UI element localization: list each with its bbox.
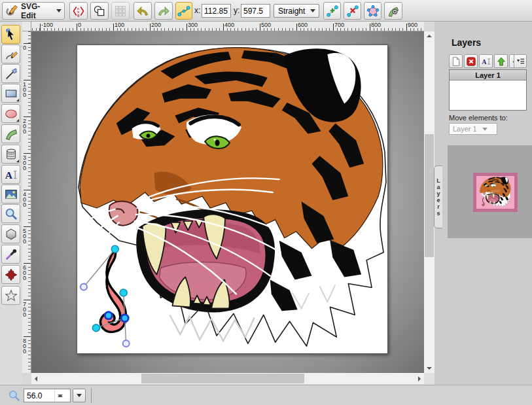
new-layer-button[interactable] xyxy=(449,54,463,68)
layers-panel-title: Layers xyxy=(452,37,481,48)
vertical-ruler: 01 0 02 0 03 0 04 0 05 0 06 0 07 0 08 0 … xyxy=(22,31,31,373)
status-bar xyxy=(0,385,532,405)
chevron-down-icon xyxy=(310,9,315,12)
vertical-scrollbar[interactable] xyxy=(424,31,434,373)
scroll-left-button[interactable] xyxy=(31,373,41,384)
zoom-stepper[interactable] xyxy=(54,389,65,402)
eyedropper-tool-button[interactable] xyxy=(1,245,20,264)
pencil-tool-button[interactable] xyxy=(1,44,20,63)
delete-layer-button[interactable] xyxy=(464,54,478,68)
image-tool-button[interactable] xyxy=(1,185,20,203)
layers-panel: L a y e r s Layers A Layer 1 Move elemen… xyxy=(434,22,532,385)
scrollbar-corner xyxy=(424,373,434,384)
top-toolbar: SVG-Edit svg x: y: Straight xyxy=(0,0,532,22)
shape-library-button[interactable] xyxy=(1,145,20,164)
zoom-level-input[interactable] xyxy=(24,391,54,400)
add-subpath-button[interactable] xyxy=(384,2,402,20)
statusbar-separator xyxy=(91,388,92,403)
layers-tab-label: L a y e r s xyxy=(436,177,440,217)
delete-node-button[interactable] xyxy=(344,2,361,20)
select-tool-button[interactable] xyxy=(1,25,20,44)
node-y-input[interactable] xyxy=(241,4,270,18)
text-tool-button[interactable]: A xyxy=(1,165,20,184)
segment-type-select[interactable]: Straight xyxy=(274,4,319,18)
horizontal-scrollbar[interactable] xyxy=(31,373,424,384)
redo-button[interactable] xyxy=(154,2,173,20)
zoom-tool-button[interactable] xyxy=(1,204,20,223)
workspace[interactable] xyxy=(31,31,424,373)
layer-row-layer1[interactable]: Layer 1 xyxy=(450,70,526,80)
open-close-path-button[interactable] xyxy=(364,2,381,20)
svg-canvas[interactable] xyxy=(77,44,388,354)
move-elements-label: Move elements to: xyxy=(449,114,508,122)
svg-edit-logo-icon xyxy=(5,3,18,19)
scroll-down-button[interactable] xyxy=(424,364,434,373)
layer-menu-button[interactable] xyxy=(514,54,527,68)
flyout-arrow-icon xyxy=(16,99,19,101)
svg-text:A: A xyxy=(482,58,487,65)
flyout-arrow-icon xyxy=(16,119,19,122)
flyout-arrow-icon xyxy=(16,160,19,162)
scroll-up-button[interactable] xyxy=(424,31,434,41)
shapes-wireframe-button[interactable] xyxy=(90,2,109,20)
svg-text:g: g xyxy=(77,12,79,16)
layer-thumbnail[interactable] xyxy=(473,173,518,212)
logo-label: SVG-Edit xyxy=(21,2,54,20)
grid-button[interactable] xyxy=(111,2,130,20)
chevron-down-icon xyxy=(482,128,488,131)
connector-tool-button[interactable] xyxy=(1,265,20,284)
main-menu-button[interactable]: SVG-Edit xyxy=(2,2,65,20)
path-node-overlay[interactable] xyxy=(80,245,130,347)
svg-edit-application: SVG-Edit svg x: y: Straight xyxy=(0,0,532,405)
horizontal-scroll-thumb[interactable] xyxy=(141,374,304,383)
zoom-level-spinbox[interactable] xyxy=(24,389,71,402)
node-x-label: x: xyxy=(194,6,200,15)
line-tool-button[interactable] xyxy=(1,64,20,83)
ruler-corner xyxy=(22,22,31,31)
layers-panel-toggle-tab[interactable]: L a y e r s xyxy=(434,166,442,228)
rectangle-tool-button[interactable] xyxy=(1,84,20,103)
vertical-scroll-thumb[interactable] xyxy=(425,134,434,257)
layer-list: Layer 1 xyxy=(449,69,527,111)
path-tool-button[interactable] xyxy=(1,124,20,143)
chevron-down-icon xyxy=(77,394,82,397)
insert-node-button[interactable] xyxy=(323,2,341,20)
scroll-right-button[interactable] xyxy=(415,373,424,384)
zoom-preset-dropdown[interactable] xyxy=(73,389,86,402)
rename-layer-button[interactable]: A xyxy=(479,54,493,68)
move-elements-select[interactable]: Layer 1 xyxy=(449,123,497,135)
zoom-icon xyxy=(8,389,20,404)
move-layer-up-button[interactable] xyxy=(494,54,508,68)
segment-type-value: Straight xyxy=(278,7,305,16)
zoom-step-down-icon xyxy=(58,395,63,400)
polygon-tool-button[interactable] xyxy=(1,224,20,243)
tiger-drawing[interactable] xyxy=(79,48,386,346)
node-y-label: y: xyxy=(234,6,239,15)
layer-preview-area xyxy=(448,145,532,238)
svg-text:A: A xyxy=(5,169,12,180)
node-x-input[interactable] xyxy=(202,4,231,18)
link-control-points-toggle[interactable] xyxy=(175,2,192,20)
source-code-button[interactable]: svg xyxy=(69,2,88,20)
star-tool-button[interactable] xyxy=(1,286,20,305)
undo-button[interactable] xyxy=(133,2,152,20)
ellipse-tool-button[interactable] xyxy=(1,104,20,123)
chevron-down-icon xyxy=(56,9,62,12)
move-target-value: Layer 1 xyxy=(453,125,477,133)
tools-panel: A xyxy=(0,22,22,385)
horizontal-ruler: -1000100200300400500600700800900 xyxy=(31,22,424,31)
